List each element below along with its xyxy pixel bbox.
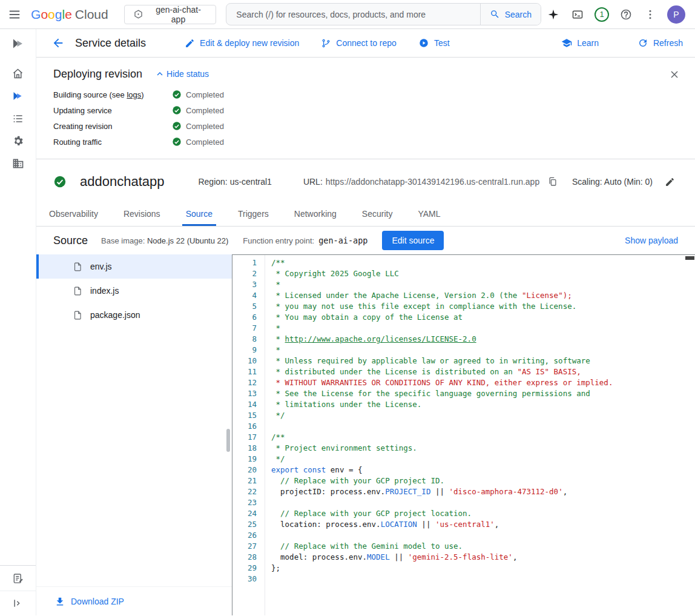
line-number: 30 <box>232 574 265 585</box>
learn-button[interactable]: Learn <box>561 38 599 48</box>
help-icon[interactable] <box>614 2 638 27</box>
search-button[interactable]: Search <box>480 4 541 25</box>
logo-letter: o <box>48 7 55 21</box>
nav-integrations-gear-icon[interactable] <box>6 134 30 147</box>
source-body: env.jsindex.jspackage.json Download ZIP … <box>36 254 695 615</box>
edit-source-button[interactable]: Edit source <box>382 231 444 250</box>
repo-branch-icon <box>321 38 331 48</box>
line-number: 14 <box>232 399 265 410</box>
file-item-index.js[interactable]: index.js <box>36 279 232 303</box>
copy-icon[interactable] <box>544 173 561 190</box>
deploy-step-label: Creating revision <box>53 122 172 131</box>
test-button[interactable]: Test <box>418 38 450 48</box>
search-bar: Search <box>226 3 541 25</box>
show-payload-link[interactable]: Show payload <box>625 236 678 245</box>
line-number: 26 <box>232 530 265 541</box>
search-button-label: Search <box>505 10 532 19</box>
line-number: 27 <box>232 541 265 552</box>
line-number-gutter: 1234567891011121314151617181920212223242… <box>232 255 265 615</box>
release-notes-icon[interactable] <box>0 566 36 591</box>
code-line: */ <box>271 410 695 421</box>
notifications-button[interactable]: 1 <box>590 2 614 27</box>
hide-status-label: Hide status <box>166 69 209 79</box>
code-line: * you may not use this file except in co… <box>271 301 695 312</box>
file-item-env.js[interactable]: env.js <box>36 254 232 279</box>
edit-scaling-pencil-icon[interactable] <box>661 173 678 190</box>
code-content[interactable]: /** * Copyright 2025 Google LLC * * Lice… <box>265 255 695 615</box>
menu-icon[interactable] <box>0 0 28 29</box>
search-icon <box>490 9 500 19</box>
close-icon[interactable] <box>664 64 685 85</box>
editor-scrollbar-thumb[interactable] <box>685 256 694 260</box>
code-line: /** <box>271 432 695 443</box>
service-tabs: ObservabilityRevisionsSourceTriggersNetw… <box>36 203 695 227</box>
completed-check-icon <box>172 121 182 131</box>
line-number: 13 <box>232 388 265 399</box>
file-item-package.json[interactable]: package.json <box>36 303 232 327</box>
tab-revisions[interactable]: Revisions <box>120 203 164 226</box>
url-label: URL: <box>303 177 323 187</box>
refresh-icon <box>637 38 648 48</box>
nav-domains-icon[interactable] <box>6 157 30 170</box>
file-name: package.json <box>90 310 140 320</box>
download-zip-button[interactable]: Download ZIP <box>54 596 124 607</box>
deploy-step-status: Completed <box>186 122 224 131</box>
line-number: 19 <box>232 454 265 465</box>
logs-link[interactable]: logs <box>127 90 141 99</box>
logo-letter: G <box>31 7 41 21</box>
service-name: addonchatapp <box>80 174 164 190</box>
nav-revisions-list-icon[interactable] <box>6 112 30 125</box>
nav-services-icon-active[interactable] <box>6 90 30 102</box>
code-line: * limitations under the License. <box>271 399 695 410</box>
avatar[interactable]: P <box>667 5 685 24</box>
back-arrow-icon[interactable] <box>46 31 70 55</box>
refresh-label: Refresh <box>653 38 683 48</box>
tab-observability[interactable]: Observability <box>45 203 102 226</box>
refresh-button[interactable]: Refresh <box>637 38 683 48</box>
line-number: 20 <box>232 465 265 475</box>
deploy-status-panel: Deploying revision Hide status Building … <box>36 58 695 159</box>
topbar-actions: 1 P <box>541 2 689 27</box>
tab-networking[interactable]: Networking <box>291 203 340 226</box>
file-panel-scrollbar[interactable] <box>226 429 230 452</box>
line-number: 21 <box>232 475 265 486</box>
tab-security[interactable]: Security <box>358 203 397 226</box>
entry-point-value: gen-ai-app <box>318 236 367 245</box>
main-content: Service details Edit & deploy new revisi… <box>36 29 695 615</box>
tab-source[interactable]: Source <box>182 203 216 226</box>
search-input[interactable] <box>226 10 479 19</box>
play-icon <box>418 38 429 48</box>
connect-repo-button[interactable]: Connect to repo <box>321 38 397 48</box>
base-image-value: Node.js 22 (Ubuntu 22) <box>147 236 228 245</box>
download-bar: Download ZIP <box>36 586 232 615</box>
notification-count-badge: 1 <box>595 7 609 22</box>
line-number: 15 <box>232 410 265 421</box>
deploy-step-label: Building source (see logs) <box>53 90 172 99</box>
deploy-step-label: Routing traffic <box>53 137 172 147</box>
file-icon <box>73 310 83 320</box>
collapse-nav-icon[interactable] <box>0 591 36 615</box>
source-title: Source <box>53 234 88 247</box>
cloud-shell-icon[interactable] <box>565 2 590 27</box>
line-number: 24 <box>232 508 265 519</box>
code-line: * Copyright 2025 Google LLC <box>271 268 695 279</box>
project-selector[interactable]: gen-ai-chat-app <box>124 5 217 24</box>
google-cloud-logo[interactable]: Google Cloud <box>31 7 108 22</box>
service-scaling: Scaling: Auto (Min: 0) <box>572 173 678 190</box>
line-number: 18 <box>232 443 265 454</box>
tab-triggers[interactable]: Triggers <box>234 203 272 226</box>
hide-status-toggle[interactable]: Hide status <box>154 68 209 79</box>
line-number: 2 <box>232 268 265 279</box>
line-number: 7 <box>232 323 265 334</box>
logo-letter: o <box>41 7 48 21</box>
nav-home-icon[interactable] <box>6 67 30 80</box>
tab-yaml[interactable]: YAML <box>414 203 444 226</box>
more-options-icon[interactable] <box>638 2 662 27</box>
gemini-sparkle-icon[interactable] <box>541 2 565 27</box>
page-header-right: Learn Refresh <box>561 38 683 48</box>
code-line: * <box>271 279 695 290</box>
edit-deploy-button[interactable]: Edit & deploy new revision <box>185 38 299 48</box>
scaling-value: Scaling: Auto (Min: 0) <box>572 177 653 187</box>
file-name: env.js <box>90 262 112 271</box>
chevron-up-icon <box>154 68 165 79</box>
